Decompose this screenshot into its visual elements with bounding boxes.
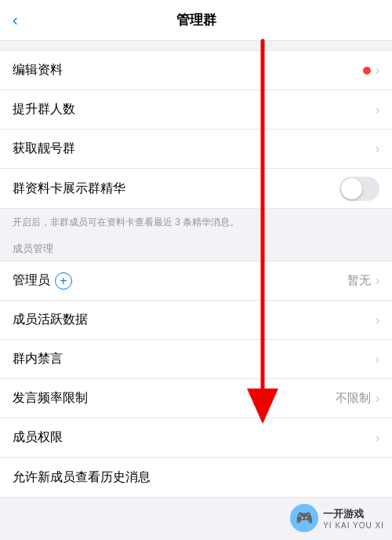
watermark-text: 一开游戏 YI KAI YOU XI [323, 507, 384, 530]
increase-members-label: 提升群人数 [13, 101, 75, 118]
spacer-top [0, 41, 392, 50]
list-item-active-data[interactable]: 成员活跃数据 › [0, 301, 392, 340]
allow-history-label: 允许新成员查看历史消息 [13, 469, 151, 486]
chevron-icon: › [376, 392, 379, 406]
list-item-pretty-group[interactable]: 获取靓号群 › [0, 130, 392, 169]
watermark-main: 一开游戏 [323, 507, 384, 521]
active-data-label: 成员活跃数据 [13, 312, 88, 328]
mute-label: 群内禁言 [13, 351, 63, 367]
back-button[interactable]: ‹ [13, 11, 18, 29]
list-item-increase-members[interactable]: 提升群人数 › [0, 90, 392, 130]
watermark-sub: YI KAI YOU XI [323, 521, 384, 530]
chevron-icon: › [376, 64, 379, 78]
chevron-icon: › [376, 142, 379, 156]
card-highlight-toggle[interactable] [339, 177, 379, 201]
pretty-group-label: 获取靓号群 [13, 140, 75, 157]
list-item-mute[interactable]: 群内禁言 › [0, 340, 392, 379]
hint-text: 开启后，非群成员可在资料卡查看最近 3 条精华消息。 [0, 209, 392, 237]
mute-right: › [376, 352, 379, 367]
toggle-knob [341, 178, 362, 199]
chevron-icon: › [376, 274, 379, 288]
card-highlight-label: 群资料卡展示群精华 [13, 181, 125, 197]
pretty-group-right: › [376, 142, 379, 156]
admin-value: 暂无 [347, 273, 371, 288]
chevron-icon: › [376, 103, 379, 117]
speak-limit-label: 发言频率限制 [13, 390, 88, 407]
increase-members-right: › [376, 103, 379, 117]
add-admin-button[interactable]: + [55, 272, 72, 290]
speak-limit-value: 不限制 [336, 391, 371, 406]
list-item-admin[interactable]: 管理员 + 暂无 › [0, 261, 392, 301]
member-rights-right: › [376, 431, 379, 445]
chevron-icon: › [376, 431, 379, 445]
main-settings-group: 编辑资料 › 提升群人数 › 获取靓号群 › 群资料卡展示群精华 [0, 50, 392, 209]
watermark: 🎮 一开游戏 YI KAI YOU XI [290, 504, 384, 532]
admin-right: 暂无 › [347, 273, 379, 288]
list-item-card-highlight[interactable]: 群资料卡展示群精华 [0, 169, 392, 208]
edit-profile-right: › [363, 64, 379, 78]
page-title: 管理群 [176, 11, 216, 29]
member-section-label: 成员管理 [0, 237, 392, 261]
watermark-icon: 🎮 [290, 504, 318, 532]
list-item-edit-profile[interactable]: 编辑资料 › [0, 51, 392, 90]
red-dot-indicator [363, 67, 371, 75]
member-settings-group: 管理员 + 暂无 › 成员活跃数据 › 群内禁言 › 发言频率限制 不限制 › … [0, 261, 392, 498]
list-item-allow-history[interactable]: 允许新成员查看历史消息 [0, 458, 392, 497]
member-rights-label: 成员权限 [13, 429, 63, 446]
edit-profile-label: 编辑资料 [13, 62, 63, 78]
list-item-member-rights[interactable]: 成员权限 › [0, 418, 392, 458]
admin-label: 管理员 [13, 272, 50, 289]
speak-limit-right: 不限制 › [336, 391, 379, 406]
chevron-icon: › [376, 352, 379, 367]
admin-label-group: 管理员 + [13, 272, 72, 290]
header: ‹ 管理群 [0, 0, 392, 41]
chevron-icon: › [376, 313, 379, 327]
card-highlight-right [339, 177, 379, 201]
active-data-right: › [376, 313, 379, 327]
list-item-speak-limit[interactable]: 发言频率限制 不限制 › [0, 379, 392, 418]
